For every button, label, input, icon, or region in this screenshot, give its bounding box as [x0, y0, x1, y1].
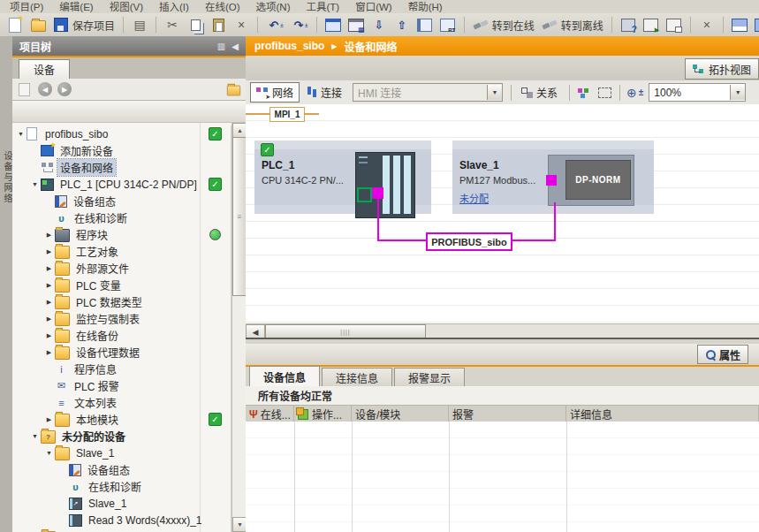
tree-item[interactable]: 设备和网络	[12, 159, 231, 176]
menu-item[interactable]: 在线(O)	[197, 0, 248, 13]
menu-item[interactable]: 编辑(E)	[51, 0, 101, 13]
network-mode-button[interactable]: 网络	[250, 82, 300, 103]
tree-item[interactable]: ▼?未分配的设备	[12, 428, 231, 445]
scroll-down-icon[interactable]: ▼	[232, 517, 246, 532]
expander-icon[interactable]: ▶	[44, 248, 54, 255]
profibus-subnet-label[interactable]: PROFIBUS_sibo	[426, 232, 512, 251]
zoom-icon[interactable]: ⊕	[626, 86, 637, 100]
plc-pn-port[interactable]	[357, 187, 372, 202]
expander-icon[interactable]: ▼	[16, 131, 26, 137]
new-project-button[interactable]	[4, 15, 26, 34]
mpi-subnet-label[interactable]: MPI_1	[269, 107, 305, 122]
tree-item[interactable]: ▶工艺对象	[12, 243, 231, 260]
split-editor-horizontal-button[interactable]	[729, 15, 750, 34]
save-project-button[interactable]: 保存项目	[50, 15, 118, 34]
profibus-line[interactable]	[554, 202, 556, 240]
tree-item[interactable]: ▼profibus_sibo✓	[12, 125, 231, 142]
new-item-icon[interactable]	[19, 83, 30, 96]
column-header[interactable]: Ψ在线...	[246, 406, 294, 422]
tree-item[interactable]: ▼PLC_1 [CPU 314C-2 PN/DP]✓	[12, 176, 231, 193]
expander-icon[interactable]: ▶	[44, 416, 54, 423]
tree-item[interactable]: ▶程序块	[12, 226, 231, 243]
expander-icon[interactable]: ▶	[44, 349, 54, 356]
properties-button[interactable]: 属性	[697, 345, 748, 364]
go-online-button[interactable]: 转到在线	[470, 15, 537, 34]
show-addresses-icon[interactable]	[578, 87, 591, 98]
network-canvas[interactable]: MPI_1 ✓ PLC_1 CPU 314C-2 PN/... Slave_1 …	[246, 104, 759, 323]
expander-icon[interactable]: ▼	[30, 181, 40, 187]
paste-button[interactable]	[208, 15, 229, 34]
zoom-dropdown-arrow-icon[interactable]: ▼	[730, 85, 745, 100]
tab-devices[interactable]: 设备	[19, 59, 70, 79]
redo-button[interactable]: ↷±	[288, 15, 311, 34]
tree-item[interactable]: υ在线和诊断	[12, 209, 231, 226]
tree-item[interactable]: ▶监控与强制表	[12, 310, 231, 327]
tree-item[interactable]: ▼Slave_1	[12, 445, 231, 461]
plc-dp-port[interactable]	[372, 187, 383, 199]
plc-device-box[interactable]: ✓ PLC_1 CPU 314C-2 PN/...	[254, 141, 431, 214]
expander-icon[interactable]: ▼	[44, 450, 54, 456]
slave-unassigned-link[interactable]: 未分配	[459, 191, 489, 205]
tree-item[interactable]: ▶本地模块✓	[12, 411, 231, 428]
tree-item[interactable]: ▶PLC 变量	[12, 277, 231, 293]
zoom-dropdown[interactable]: 100% ▼	[649, 83, 746, 102]
tab-inspector[interactable]: 报警显示	[394, 368, 465, 386]
column-header[interactable]: 操作...	[294, 406, 352, 422]
expand-tree-icon[interactable]	[227, 86, 240, 96]
go-offline-button[interactable]: 转到离线	[539, 15, 606, 34]
tree-item[interactable]: 添加新设备	[12, 142, 231, 159]
back-icon[interactable]: ◀	[38, 82, 52, 96]
menu-item[interactable]: 项目(P)	[2, 0, 51, 13]
start-simulation-button[interactable]	[641, 15, 662, 34]
column-header[interactable]: 设备/模块	[352, 406, 449, 422]
split-editor-vertical-button[interactable]	[752, 15, 759, 34]
menu-item[interactable]: 选项(N)	[248, 0, 299, 13]
tree-item[interactable]: ✉PLC 报警	[12, 377, 231, 394]
column-header[interactable]: 报警	[449, 406, 566, 422]
tree-item[interactable]: ↗Slave_1	[12, 495, 231, 512]
columns-icon[interactable]: ▥	[217, 42, 225, 51]
tree-scrollbar[interactable]: ▲ ≡ ▼	[231, 123, 246, 532]
open-project-button[interactable]	[27, 15, 49, 34]
expander-icon[interactable]: ▼	[30, 433, 40, 439]
tree-item[interactable]	[12, 528, 231, 532]
menu-item[interactable]: 插入(I)	[151, 0, 197, 13]
copy-button[interactable]	[185, 15, 206, 34]
start-cpu-button[interactable]	[414, 15, 436, 34]
forward-icon[interactable]: ▶	[57, 82, 72, 96]
breadcrumb-project[interactable]: profibus_sibo	[254, 40, 324, 52]
expander-icon[interactable]: ▶	[44, 282, 54, 289]
connections-mode-button[interactable]: 连接	[301, 83, 347, 102]
print-button[interactable]: ▤	[129, 15, 150, 34]
zoom-fit-icon[interactable]: ±	[639, 87, 644, 97]
slave-device-box[interactable]: Slave_1 PM127 Modbus... 未分配 DP-NORM	[452, 141, 654, 214]
tab-active-inspector[interactable]: 设备信息	[249, 366, 320, 386]
tree-item[interactable]: ▶在线备份	[12, 327, 231, 344]
menu-item[interactable]: 视图(V)	[102, 0, 151, 13]
connection-type-dropdown-arrow-icon[interactable]: ▼	[487, 85, 502, 100]
window-button[interactable]	[323, 15, 344, 34]
slave-dp-port[interactable]	[546, 175, 557, 186]
relations-button[interactable]: 关系	[516, 83, 563, 102]
tree-item[interactable]: Read 3 Words(4xxxx)_1	[12, 512, 231, 528]
expander-icon[interactable]: ▶	[44, 315, 54, 323]
menu-item[interactable]: 窗口(W)	[347, 0, 400, 13]
plc-device-image[interactable]	[355, 152, 415, 218]
tree-item[interactable]: ▶外部源文件	[12, 260, 231, 277]
close-button[interactable]: ×	[696, 15, 717, 34]
expander-icon[interactable]: ▶	[44, 232, 54, 239]
tree-item[interactable]: 设备组态	[12, 193, 231, 209]
delete-button[interactable]: ×	[231, 15, 252, 34]
accessible-devices-button[interactable]	[618, 15, 639, 34]
tab-inspector[interactable]: 连接信息	[322, 368, 392, 386]
connection-type-dropdown[interactable]: HMI 连接 ▼	[353, 83, 503, 102]
download-to-device-button[interactable]: ⇩	[368, 15, 390, 34]
tree-item[interactable]: ▶PLC 数据类型	[12, 293, 231, 310]
select-area-icon[interactable]	[598, 87, 611, 98]
canvas-horizontal-scrollbar[interactable]: ◀ ||||	[246, 323, 759, 338]
upload-from-device-button[interactable]: ⇧	[391, 15, 413, 34]
simulation-window-button[interactable]	[664, 15, 685, 34]
tree-item[interactable]: ≡文本列表	[12, 394, 231, 411]
cut-button[interactable]: ✂	[162, 15, 183, 34]
tree-scrollbar-thumb[interactable]: ≡	[232, 137, 246, 296]
